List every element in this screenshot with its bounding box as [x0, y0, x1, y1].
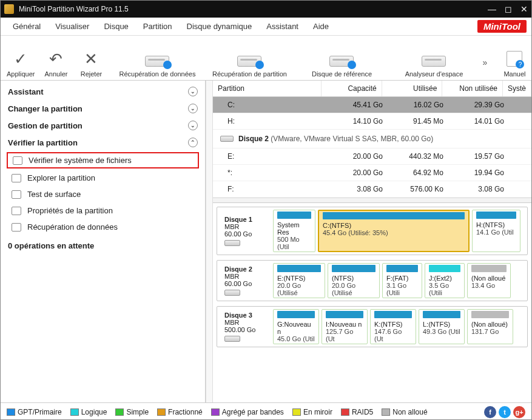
disk-icon: [224, 240, 240, 246]
table-row[interactable]: C:45.41 Go16.02 Go29.39 Go: [213, 97, 531, 113]
sidebar-item-data-recovery[interactable]: Récupération de données: [1, 219, 205, 235]
sidebar-section-verify[interactable]: Vérifier la partition⌃: [1, 134, 205, 151]
twitter-icon[interactable]: t: [499, 406, 511, 418]
disk-icon: [224, 336, 240, 342]
disk-icon: [329, 56, 354, 67]
app-icon: [4, 4, 14, 14]
window-title: MiniTool Partition Wizard Pro 11.5: [19, 5, 129, 13]
legend-item: Agrégé par bandes: [211, 408, 284, 416]
maximize-button[interactable]: ◻: [505, 4, 512, 14]
table-row[interactable]: *:20.00 Go64.92 Mo19.94 Go: [213, 165, 531, 181]
partition-table: C:45.41 Go16.02 Go29.39 GoH:14.10 Go91.4…: [213, 97, 531, 198]
brand-logo: MiniTool: [477, 20, 527, 33]
partition-block[interactable]: I:Nouveau n125.7 Go (Ut: [322, 309, 368, 344]
disk-header-row[interactable]: Disque 2 (VMware, VMware Virtual S SAS, …: [213, 130, 531, 148]
legend-item: GPT/Primaire: [7, 408, 62, 416]
menu-partition[interactable]: Partition: [136, 22, 180, 31]
discard-button[interactable]: ✕Rejeter: [75, 51, 107, 78]
disk-icon: [237, 56, 261, 67]
chevron-up-icon: ⌃: [188, 138, 198, 147]
data-recovery-label: Récupération de données: [119, 70, 195, 78]
partition-block[interactable]: J:(Ext2)3.5 Go (Utili: [425, 263, 465, 298]
table-header: Partition Capacité Utilisée Non utilisée…: [213, 81, 531, 97]
disk-map: Disque 1MBR60.00 GoSystem Res500 Mo (Uti…: [213, 202, 531, 402]
close-button[interactable]: ✕: [520, 4, 528, 14]
col-system[interactable]: Systè: [503, 81, 531, 96]
disk-icon: [220, 136, 234, 142]
disk-card: Disque 1MBR60.00 GoSystem Res500 Mo (Uti…: [217, 207, 528, 255]
chevron-down-icon: ⌄: [188, 87, 198, 96]
sidebar-section-assistant[interactable]: Assistant⌄: [1, 83, 205, 100]
minimize-button[interactable]: —: [488, 4, 496, 14]
facebook-icon[interactable]: f: [484, 406, 496, 418]
undo-button[interactable]: ↶Annuler: [39, 51, 72, 78]
data-recovery-button[interactable]: Récupération de données: [115, 56, 200, 78]
sidebar-section-manage[interactable]: Gestion de partition⌄: [1, 117, 205, 134]
partition-recovery-button[interactable]: Récupération de partition: [207, 56, 292, 78]
partition-block[interactable]: E:(NTFS)20.0 Go (Utilisé: [273, 263, 325, 298]
disk-card: Disque 2MBR60.00 GoE:(NTFS)20.0 Go (Util…: [217, 260, 528, 301]
grid-icon: [12, 190, 21, 199]
menu-help[interactable]: Aide: [306, 22, 336, 31]
chevron-down-icon: ⌄: [188, 104, 198, 113]
list-icon: [12, 207, 21, 215]
sidebar-item-surface-test[interactable]: Test de surface: [1, 186, 205, 202]
menu-dynamic-disk[interactable]: Disque dynamique: [180, 22, 260, 31]
search-icon: [12, 174, 21, 182]
col-capacity[interactable]: Capacité: [322, 81, 382, 96]
table-row[interactable]: E:20.00 Go440.32 Mo19.57 Go: [213, 148, 531, 165]
legend-item: Simple: [115, 408, 149, 416]
partition-recovery-label: Récupération de partition: [212, 70, 287, 78]
chevron-down-icon: ⌄: [188, 121, 198, 130]
menu-general[interactable]: Général: [5, 22, 48, 31]
menu-assistant[interactable]: Assistant: [259, 22, 306, 31]
search-icon: [13, 156, 22, 165]
table-row[interactable]: F:3.08 Go576.00 Ko3.08 Go: [213, 181, 531, 198]
apply-label: Appliquer: [7, 70, 35, 78]
toolbar-more-button[interactable]: »: [479, 58, 491, 78]
apply-button[interactable]: ✓Appliquer: [4, 51, 37, 78]
sidebar-item-properties[interactable]: Propriétés de la partition: [1, 202, 205, 219]
partition-block[interactable]: C:(NTFS)45.4 Go (Utilisé: 35%): [318, 210, 470, 252]
partition-block[interactable]: F:(FAT)3.1 Go (Utili: [382, 263, 422, 298]
partition-block[interactable]: System Res500 Mo (Util: [273, 210, 315, 252]
menu-view[interactable]: Visualiser: [48, 22, 96, 31]
google-plus-icon[interactable]: g+: [513, 406, 525, 418]
space-analyzer-label: Analyseur d'espace: [405, 70, 463, 78]
menu-bar: Général Visualiser Disque Partition Disq…: [1, 18, 531, 36]
splitter[interactable]: [206, 81, 213, 402]
disk-icon: [145, 56, 169, 67]
col-unused[interactable]: Non utilisée: [442, 81, 503, 96]
partition-block[interactable]: (NTFS)20.0 Go (Utilisé: [328, 263, 380, 298]
toolbar: ✓Appliquer ↶Annuler ✕Rejeter Récupératio…: [1, 36, 531, 81]
partition-block[interactable]: G:Nouveau n45.0 Go (Util: [273, 309, 319, 344]
undo-label: Annuler: [45, 70, 68, 78]
disk-icon: [422, 56, 446, 67]
col-used[interactable]: Utilisée: [382, 81, 443, 96]
sidebar: Assistant⌄ Changer la partition⌄ Gestion…: [1, 81, 206, 402]
col-partition[interactable]: Partition: [213, 81, 322, 96]
horizontal-scrollbar[interactable]: [213, 198, 531, 202]
legend-item: RAID5: [341, 408, 373, 416]
partition-block[interactable]: H:(NTFS)14.1 Go (Util: [472, 210, 520, 252]
benchmark-button[interactable]: Disque de référence: [299, 56, 384, 78]
manual-button[interactable]: ? Manuel: [498, 51, 531, 78]
table-row[interactable]: H:14.10 Go91.45 Mo14.01 Go: [213, 113, 531, 130]
sidebar-section-change[interactable]: Changer la partition⌄: [1, 100, 205, 117]
title-bar: MiniTool Partition Wizard Pro 11.5 — ◻ ✕: [1, 1, 531, 18]
partition-block[interactable]: K:(NTFS)147.6 Go (Ut: [370, 309, 416, 344]
manual-label: Manuel: [503, 70, 525, 78]
disk-icon: [12, 223, 21, 232]
partition-block[interactable]: (Non alloué13.4 Go: [467, 263, 511, 298]
partition-block[interactable]: (Non alloué)131.7 Go: [467, 309, 513, 344]
space-analyzer-button[interactable]: Analyseur d'espace: [391, 56, 476, 78]
sidebar-item-explore-partition[interactable]: Explorer la partition: [1, 170, 205, 186]
legend-item: Non alloué: [382, 408, 427, 416]
partition-block[interactable]: L:(NTFS)49.3 Go (Util: [419, 309, 465, 344]
disk-icon: [224, 290, 240, 296]
menu-disk[interactable]: Disque: [96, 22, 135, 31]
disk-card: Disque 3MBR500.00 GoG:Nouveau n45.0 Go (…: [217, 306, 528, 347]
benchmark-label: Disque de référence: [312, 70, 372, 78]
sidebar-item-check-filesystem[interactable]: Vérifier le système de fichiers: [7, 152, 199, 168]
legend-item: Fractionné: [157, 408, 203, 416]
